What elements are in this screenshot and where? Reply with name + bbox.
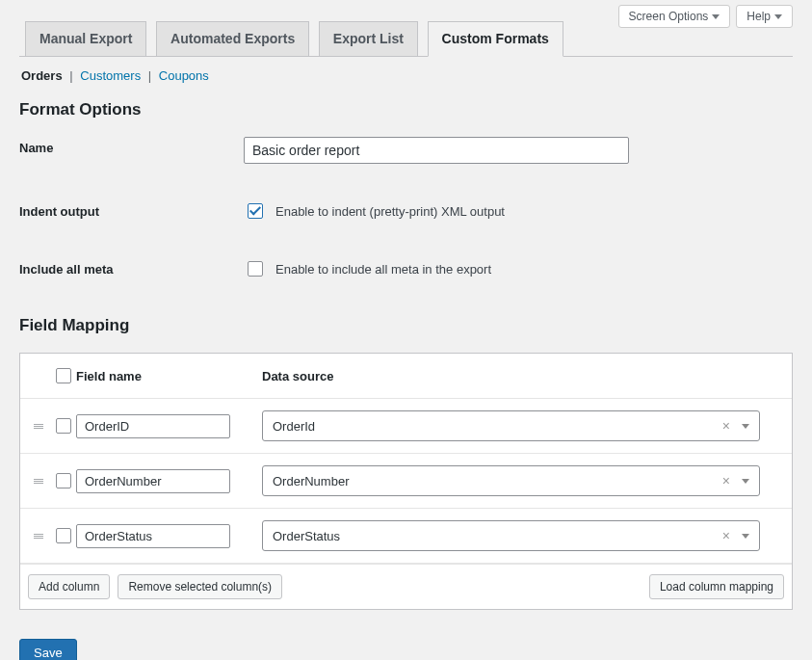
drag-handle-icon[interactable] — [34, 424, 43, 429]
tab-manual-export[interactable]: Manual Export — [25, 21, 146, 56]
chevron-down-icon — [712, 14, 720, 19]
remove-selected-button[interactable]: Remove selected column(s) — [118, 574, 282, 599]
field-mapping-table: Field name Data source OrderId × OrderNu… — [19, 353, 793, 610]
name-input[interactable] — [244, 137, 629, 164]
column-header-datasource: Data source — [245, 369, 784, 383]
column-header-fieldname: Field name — [76, 369, 245, 383]
indent-checkbox[interactable] — [248, 203, 263, 219]
data-source-value: OrderStatus — [273, 529, 717, 543]
clear-icon[interactable]: × — [717, 473, 736, 488]
name-label: Name — [19, 137, 244, 155]
tab-custom-formats[interactable]: Custom Formats — [428, 21, 563, 57]
meta-label: Include all meta — [19, 258, 244, 277]
clear-icon[interactable]: × — [717, 528, 736, 543]
data-source-value: OrderNumber — [273, 474, 717, 488]
field-name-input[interactable] — [76, 469, 230, 493]
chevron-down-icon — [742, 479, 749, 484]
subtab-orders[interactable]: Orders — [21, 68, 63, 83]
clear-icon[interactable]: × — [717, 418, 736, 434]
row-checkbox[interactable] — [56, 418, 71, 434]
separator: | — [69, 68, 72, 83]
indent-label: Indent output — [19, 200, 244, 219]
drag-handle-icon[interactable] — [34, 534, 43, 539]
section-title-field-mapping: Field Mapping — [19, 316, 793, 335]
section-title-format-options: Format Options — [19, 100, 793, 119]
screen-options-label: Screen Options — [629, 10, 709, 23]
row-checkbox[interactable] — [56, 473, 71, 488]
table-row: OrderId × — [20, 399, 792, 454]
save-button[interactable]: Save — [19, 639, 77, 660]
mapping-toolbar: Add column Remove selected column(s) Loa… — [20, 564, 792, 609]
field-name-input[interactable] — [76, 524, 230, 548]
chevron-down-icon — [742, 424, 749, 429]
data-source-value: OrderId — [273, 419, 717, 434]
add-column-button[interactable]: Add column — [28, 574, 110, 599]
load-mapping-button[interactable]: Load column mapping — [649, 574, 784, 599]
meta-checkbox[interactable] — [248, 261, 263, 277]
help-button[interactable]: Help — [736, 5, 793, 28]
chevron-down-icon — [742, 534, 749, 539]
table-row: OrderNumber × — [20, 454, 792, 509]
data-source-select[interactable]: OrderId × — [262, 410, 760, 441]
field-name-input[interactable] — [76, 414, 230, 438]
separator: | — [148, 68, 151, 83]
indent-desc: Enable to indent (pretty-print) XML outp… — [275, 204, 505, 219]
sub-tabs: Orders | Customers | Coupons — [21, 68, 793, 83]
data-source-select[interactable]: OrderStatus × — [262, 520, 760, 551]
data-source-select[interactable]: OrderNumber × — [262, 465, 760, 496]
screen-options-button[interactable]: Screen Options — [618, 5, 731, 28]
subtab-customers[interactable]: Customers — [80, 68, 141, 83]
drag-handle-icon[interactable] — [34, 479, 43, 484]
tab-export-list[interactable]: Export List — [319, 21, 418, 56]
help-label: Help — [747, 10, 771, 23]
select-all-checkbox[interactable] — [56, 368, 71, 383]
table-row: OrderStatus × — [20, 509, 792, 564]
tab-automated-exports[interactable]: Automated Exports — [156, 21, 309, 56]
chevron-down-icon — [774, 14, 782, 19]
meta-desc: Enable to include all meta in the export — [275, 262, 491, 277]
row-checkbox[interactable] — [56, 528, 71, 543]
subtab-coupons[interactable]: Coupons — [159, 68, 209, 83]
